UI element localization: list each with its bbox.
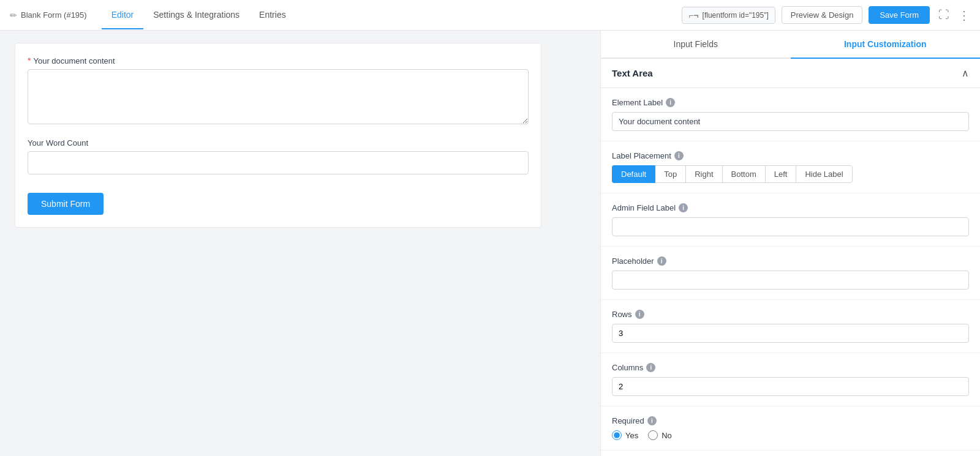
word-count-input[interactable]: [28, 151, 529, 174]
section-title: Text Area: [612, 68, 653, 78]
placement-bottom[interactable]: Bottom: [722, 165, 765, 183]
brand-label: Blank Form (#195): [21, 10, 87, 20]
form-card: * Your document content Your Word Count …: [15, 43, 541, 228]
label-placement-info-icon: i: [674, 151, 684, 160]
label-placement-section: Label Placement i Default Top Right Bott…: [601, 141, 980, 193]
textarea-label: * Your document content: [28, 56, 529, 65]
placement-default[interactable]: Default: [612, 165, 655, 183]
admin-field-label-input[interactable]: [612, 217, 969, 236]
element-label-info-icon: i: [666, 98, 675, 107]
form-area: * Your document content Your Word Count …: [0, 31, 600, 456]
right-panel: Input Fields Input Customization Text Ar…: [600, 31, 980, 456]
rows-info-icon: i: [635, 310, 644, 319]
shortcode-box[interactable]: ⌐¬ [fluentform id="195"]: [682, 7, 775, 24]
nav-tabs: Editor Settings & Integrations Entries: [102, 1, 296, 29]
columns-title: Columns i: [612, 363, 969, 372]
element-label-title: Element Label i: [612, 98, 969, 107]
admin-field-label-title: Admin Field Label i: [612, 203, 969, 212]
word-count-label: Your Word Count: [28, 138, 529, 148]
element-label-section: Element Label i: [601, 88, 980, 141]
placement-top[interactable]: Top: [655, 165, 685, 183]
columns-info-icon: i: [646, 363, 655, 372]
required-title: Required i: [612, 416, 969, 425]
top-nav: ✏ Blank Form (#195) Editor Settings & In…: [0, 0, 980, 31]
placeholder-title: Placeholder i: [612, 256, 969, 266]
element-label-input[interactable]: [612, 112, 969, 131]
collapse-icon[interactable]: ∧: [962, 67, 969, 79]
required-star: *: [28, 56, 31, 65]
admin-field-label-section: Admin Field Label i: [601, 193, 980, 247]
tab-editor[interactable]: Editor: [102, 1, 144, 29]
label-placement-title: Label Placement i: [612, 151, 969, 160]
required-no-radio[interactable]: [648, 430, 658, 440]
preview-design-button[interactable]: Preview & Design: [782, 6, 863, 24]
section-header: Text Area ∧: [601, 59, 980, 88]
placeholder-info-icon: i: [657, 256, 666, 266]
placement-hide-label[interactable]: Hide Label: [796, 165, 852, 183]
tab-input-fields[interactable]: Input Fields: [601, 31, 791, 59]
placement-left[interactable]: Left: [765, 165, 796, 183]
customization-panel: Text Area ∧ Element Label i Label Placem…: [601, 59, 980, 456]
word-count-field-group: Your Word Count: [28, 138, 529, 174]
tab-input-customization[interactable]: Input Customization: [791, 31, 981, 59]
main-layout: * Your document content Your Word Count …: [0, 31, 980, 456]
bracket-icon: ⌐¬: [688, 10, 698, 20]
textarea-label-text: Your document content: [33, 56, 115, 65]
error-message-section: Error Message i: [601, 450, 980, 456]
rows-input[interactable]: [612, 324, 969, 343]
nav-brand: ✏ Blank Form (#195): [10, 10, 87, 20]
columns-section: Columns i: [601, 353, 980, 406]
panel-tabs: Input Fields Input Customization: [601, 31, 980, 59]
shortcode-text: [fluentform id="195"]: [703, 11, 769, 20]
placeholder-input[interactable]: [612, 271, 969, 290]
columns-input[interactable]: [612, 377, 969, 396]
more-options-icon[interactable]: ⋮: [958, 8, 970, 23]
placement-right[interactable]: Right: [685, 165, 722, 183]
nav-actions: ⌐¬ [fluentform id="195"] Preview & Desig…: [682, 6, 970, 24]
required-yes-radio[interactable]: [612, 430, 622, 440]
required-section: Required i Yes No: [601, 406, 980, 450]
submit-form-button[interactable]: Submit Form: [28, 193, 104, 215]
tab-settings-integrations[interactable]: Settings & Integrations: [143, 1, 249, 29]
admin-field-label-info-icon: i: [679, 203, 688, 212]
rows-section: Rows i: [601, 300, 980, 353]
required-info-icon: i: [647, 416, 657, 425]
rows-title: Rows i: [612, 310, 969, 319]
tab-entries[interactable]: Entries: [249, 1, 296, 29]
required-no-option[interactable]: No: [648, 430, 672, 440]
placement-buttons: Default Top Right Bottom Left Hide Label: [612, 165, 969, 183]
textarea-field-group: * Your document content: [28, 56, 529, 126]
placeholder-section: Placeholder i: [601, 247, 980, 300]
textarea-input[interactable]: [28, 69, 529, 124]
pencil-icon: ✏: [10, 10, 17, 20]
required-radio-group: Yes No: [612, 430, 969, 440]
save-form-button[interactable]: Save Form: [869, 6, 930, 24]
required-yes-option[interactable]: Yes: [612, 430, 638, 440]
expand-icon[interactable]: ⛶: [938, 9, 949, 21]
